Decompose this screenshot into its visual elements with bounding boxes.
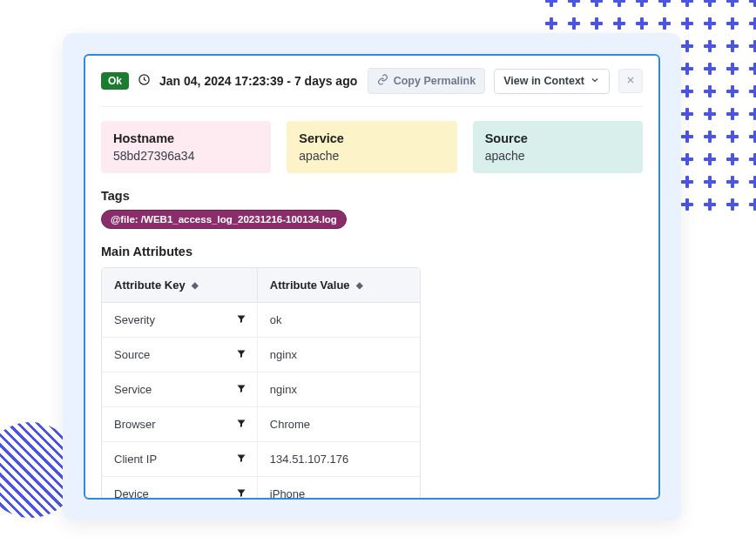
- source-label: Source: [485, 131, 631, 145]
- attribute-value-cell: 134.51.107.176: [258, 442, 420, 477]
- filter-icon[interactable]: [236, 453, 246, 466]
- tag-pill[interactable]: @file: /WEB1_access_log_20231216-100134.…: [101, 210, 347, 229]
- service-label: Service: [299, 131, 444, 145]
- attributes-table: Attribute Key ◆ Attribute Value ◆ Severi…: [101, 267, 421, 500]
- sort-icon: ◆: [192, 280, 199, 290]
- hostname-value: 58bd27396a34: [113, 149, 259, 163]
- copy-permalink-label: Copy Permalink: [394, 75, 476, 87]
- close-icon: [625, 75, 636, 88]
- source-value: apache: [485, 149, 631, 163]
- status-badge: Ok: [101, 72, 129, 90]
- timestamp-text: Jan 04, 2024 17:23:39 - 7 days ago: [159, 74, 359, 88]
- filter-icon[interactable]: [236, 313, 246, 326]
- attribute-value-cell: ok: [258, 303, 420, 338]
- service-box[interactable]: Service apache: [287, 121, 456, 173]
- attribute-key-cell: Device: [102, 477, 258, 500]
- copy-permalink-button[interactable]: Copy Permalink: [368, 68, 485, 94]
- filter-icon[interactable]: [236, 487, 246, 500]
- filter-icon[interactable]: [236, 348, 246, 361]
- source-box[interactable]: Source apache: [473, 121, 643, 173]
- col-attribute-value-label: Attribute Value: [270, 278, 350, 292]
- col-attribute-value[interactable]: Attribute Value ◆: [258, 268, 420, 303]
- table-row: BrowserChrome: [102, 407, 420, 442]
- tags-title: Tags: [101, 189, 643, 203]
- attribute-key-cell: Service: [102, 372, 258, 407]
- attribute-value-cell: nginx: [258, 338, 420, 372]
- attribute-value-cell: iPhone: [258, 477, 420, 500]
- view-in-context-dropdown[interactable]: View in Context: [494, 69, 610, 94]
- table-row: DeviceiPhone: [102, 477, 420, 500]
- main-attributes-title: Main Attributes: [101, 245, 643, 258]
- attribute-key-cell: Source: [102, 338, 258, 372]
- col-attribute-key-label: Attribute Key: [114, 278, 186, 292]
- hostname-box[interactable]: Hostname 58bd27396a34: [101, 121, 271, 173]
- attribute-value-cell: Chrome: [258, 407, 420, 442]
- col-attribute-key[interactable]: Attribute Key ◆: [102, 268, 258, 303]
- attribute-value-cell: nginx: [258, 372, 420, 407]
- clock-icon: [138, 73, 151, 90]
- sort-icon: ◆: [356, 280, 363, 290]
- view-in-context-label: View in Context: [503, 75, 584, 87]
- info-row: Hostname 58bd27396a34 Service apache Sou…: [101, 121, 643, 173]
- attribute-key-cell: Browser: [102, 407, 258, 442]
- attribute-key-cell: Severity: [102, 303, 258, 338]
- link-icon: [377, 74, 388, 88]
- card-header: Ok Jan 04, 2024 17:23:39 - 7 days ago Co…: [101, 68, 643, 107]
- filter-icon[interactable]: [236, 418, 246, 431]
- close-button[interactable]: [618, 69, 643, 93]
- filter-icon[interactable]: [236, 383, 246, 396]
- chevron-down-icon: [590, 75, 600, 88]
- service-value: apache: [299, 149, 444, 163]
- table-row: Client IP134.51.107.176: [102, 442, 420, 477]
- log-detail-card: Ok Jan 04, 2024 17:23:39 - 7 days ago Co…: [84, 54, 660, 500]
- table-row: Sourcenginx: [102, 338, 420, 372]
- outer-panel: Ok Jan 04, 2024 17:23:39 - 7 days ago Co…: [63, 33, 681, 520]
- attributes-table-body: SeverityokSourcenginxServicenginxBrowser…: [102, 303, 420, 500]
- hostname-label: Hostname: [113, 131, 259, 145]
- table-row: Servicenginx: [102, 372, 420, 407]
- table-row: Severityok: [102, 303, 420, 338]
- attribute-key-cell: Client IP: [102, 442, 258, 477]
